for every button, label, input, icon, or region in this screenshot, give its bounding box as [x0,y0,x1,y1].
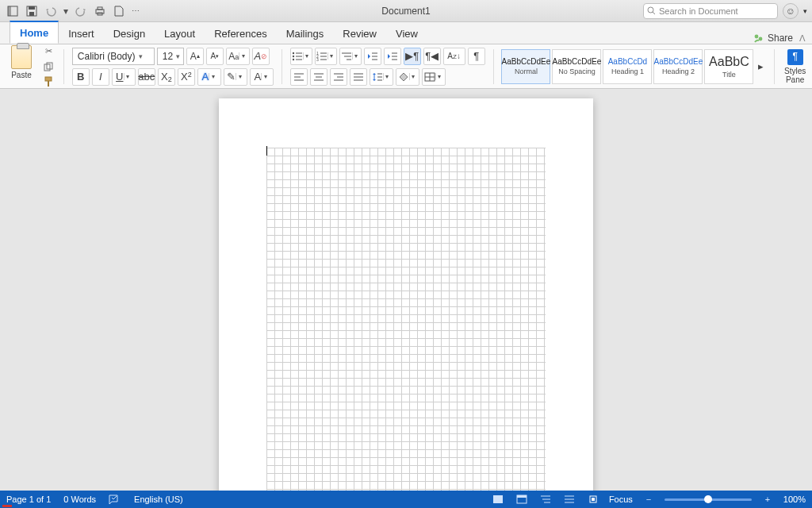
status-spellcheck-icon[interactable] [109,495,121,504]
font-family-select[interactable]: Calibri (Body)▾ [72,48,155,65]
format-painter-icon[interactable] [41,75,56,88]
clear-formatting-icon[interactable]: A⊘ [252,48,270,65]
group-clipboard: Paste ✂ [5,46,56,87]
grow-font-icon[interactable]: A▴ [186,48,204,65]
numbering-button[interactable]: 123▾ [315,48,337,65]
paste-label: Paste [11,71,32,79]
document-canvas[interactable] [0,89,812,491]
svg-rect-3 [29,6,35,10]
decrease-indent-button[interactable] [364,48,381,65]
view-draft-icon[interactable] [561,493,577,506]
ltr-direction-button[interactable]: ▶¶ [404,48,421,65]
line-spacing-button[interactable]: ▾ [370,68,393,86]
font-size-value: 12 [163,51,173,62]
zoom-out-button[interactable]: − [641,493,657,506]
tab-references[interactable]: References [205,23,276,44]
pilcrow-icon: ¶ [787,49,803,65]
increase-indent-button[interactable] [384,48,401,65]
new-doc-icon[interactable] [111,3,127,19]
zoom-knob[interactable] [704,495,712,503]
style-heading-2[interactable]: AaBbCcDdEeHeading 2 [653,49,703,84]
styles-pane-button[interactable]: ¶ Styles Pane [783,49,807,84]
focus-mode-icon[interactable] [585,493,601,506]
clipboard-icon [11,45,32,69]
focus-label[interactable]: Focus [609,495,633,504]
show-paragraph-marks-button[interactable]: ¶ [468,48,485,65]
undo-dropdown-icon[interactable]: ▾ [62,3,70,19]
font-family-value: Calibri (Body) [78,51,136,62]
status-bar: Page 1 of 1 0 Words English (US) Focus −… [0,491,812,508]
italic-button[interactable]: I [92,68,109,86]
status-words[interactable]: 0 Words [63,495,96,504]
tab-design[interactable]: Design [104,23,155,44]
svg-point-8 [648,7,653,13]
svg-rect-14 [45,77,52,81]
bullets-button[interactable]: ▾ [290,48,312,65]
save-icon[interactable] [24,3,40,19]
multilevel-list-button[interactable]: ▾ [339,48,362,65]
svg-rect-56 [493,495,503,503]
align-left-button[interactable] [290,68,308,86]
rtl-direction-button[interactable]: ¶◀ [423,48,441,65]
tab-insert[interactable]: Insert [59,23,104,44]
view-print-layout-icon[interactable] [490,493,506,506]
sort-button[interactable]: AZ↓ [443,48,465,65]
align-center-button[interactable] [310,68,327,86]
view-outline-icon[interactable] [538,493,553,506]
redo-icon[interactable] [73,3,89,19]
feedback-icon[interactable]: ☺ [783,3,799,19]
tab-mailings[interactable]: Mailings [277,23,334,44]
bold-button[interactable]: B [72,68,90,86]
undo-icon[interactable] [43,3,59,19]
copy-icon[interactable] [41,60,56,73]
share-button[interactable]: Share [753,33,793,44]
zoom-level[interactable]: 100% [783,495,806,504]
justify-button[interactable] [350,68,367,86]
tab-view[interactable]: View [386,23,427,44]
style-title[interactable]: AaBbCTitle [704,49,753,84]
svg-point-16 [292,52,293,53]
status-page[interactable]: Page 1 of 1 [6,495,51,504]
print-icon[interactable] [92,3,108,19]
underline-button[interactable]: U▾ [112,68,136,86]
highlight-button[interactable]: ✎▾ [224,68,247,86]
styles-more-icon[interactable]: ▸ [755,58,766,75]
strikethrough-button[interactable]: abc [138,68,155,86]
text-effects-button[interactable]: A▾ [197,68,221,86]
font-size-select[interactable]: 12▾ [157,48,184,65]
svg-rect-15 [48,81,49,87]
tab-home[interactable]: Home [10,21,59,44]
shrink-font-icon[interactable]: A▾ [206,48,224,65]
font-color-button[interactable]: A▾ [250,68,274,86]
style-heading-1[interactable]: AaBbCcDdHeading 1 [603,49,652,84]
superscript-button[interactable]: X2 [178,68,195,86]
fullscreen-icon[interactable] [5,3,21,19]
group-paragraph: ▾ 123▾ ▾ ▶¶ ¶◀ AZ↓ ¶ ▾ ▾ ▾ [290,46,485,87]
collapse-ribbon-icon[interactable]: ᐱ [799,33,806,44]
qat-customize-icon[interactable]: ⋯ [130,3,141,19]
feedback-dropdown-icon[interactable]: ▾ [803,7,807,15]
tab-layout[interactable]: Layout [155,23,205,44]
cut-icon[interactable]: ✂ [41,45,56,58]
search-input[interactable]: Search in Document [643,3,778,19]
style-normal[interactable]: AaBbCcDdEeNormal [501,49,550,84]
change-case-button[interactable]: Aa▾ [226,48,250,65]
borders-button[interactable]: ▾ [422,68,446,86]
zoom-in-button[interactable]: + [760,493,776,506]
page[interactable] [219,98,593,491]
separator [282,49,282,84]
style-no-spacing[interactable]: AaBbCcDdEeNo Spacing [552,49,601,84]
view-web-layout-icon[interactable] [514,493,530,506]
ribbon: Paste ✂ Calibri (Body)▾ 12▾ A▴ A▾ Aa▾ A⊘… [0,44,812,89]
group-font: Calibri (Body)▾ 12▾ A▴ A▾ Aa▾ A⊘ B I U▾ … [72,46,274,87]
subscript-button[interactable]: X2 [158,68,175,86]
titlebar: ▾ ⋯ Document1 Search in Document ☺ ▾ [0,0,812,22]
separator [774,49,775,84]
status-language[interactable]: English (US) [134,495,183,504]
paste-button[interactable]: Paste [5,45,38,79]
shading-button[interactable]: ▾ [396,68,419,86]
align-right-button[interactable] [330,68,347,86]
tab-review[interactable]: Review [333,23,386,44]
zoom-slider[interactable] [665,498,752,501]
share-label: Share [768,33,793,44]
